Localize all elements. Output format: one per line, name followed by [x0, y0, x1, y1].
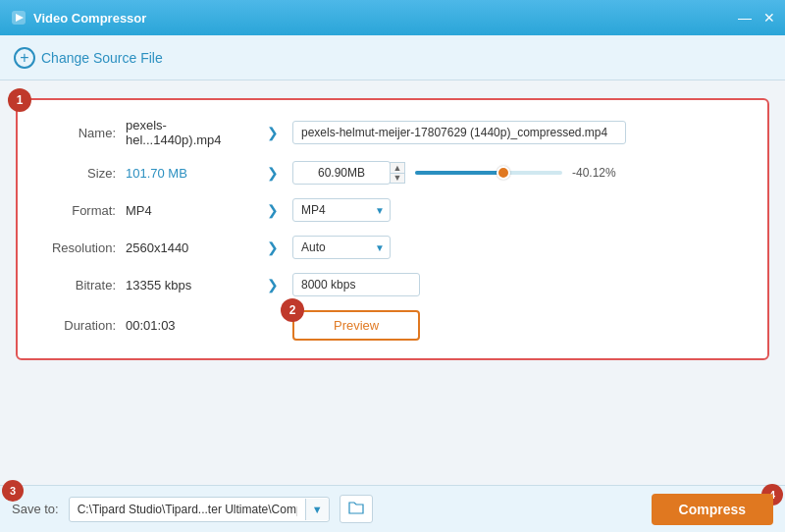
app-title: Video Compressor [33, 11, 146, 26]
save-path-dropdown[interactable]: ▼ [305, 499, 329, 520]
format-arrow: ❯ [263, 202, 283, 218]
slider-track[interactable] [415, 171, 562, 175]
bitrate-original: 13355 kbps [126, 278, 253, 293]
name-input[interactable] [292, 121, 626, 144]
duration-label: Duration: [37, 318, 126, 333]
footer: 3 Save to: ▼ 4 Compress [0, 485, 785, 532]
duration-value: 00:01:03 [126, 318, 253, 333]
size-spinner: ▲ ▼ [292, 161, 405, 185]
size-label: Size: [37, 166, 126, 181]
format-select[interactable]: MP4 AVI MKV MOV [292, 198, 391, 222]
save-to-label: Save to: [12, 502, 59, 516]
title-bar-left: Video Compressor [10, 9, 146, 27]
name-row: Name: pexels-hel...1440p).mp4 ❯ [37, 118, 748, 147]
toolbar: + Change Source File [0, 35, 785, 80]
compress-button[interactable]: Compress [652, 494, 773, 525]
add-circle-icon: + [14, 47, 35, 69]
folder-button[interactable] [340, 495, 373, 523]
resolution-row: Resolution: 2560x1440 ❯ Auto 1920x1080 1… [37, 236, 748, 259]
name-right [292, 121, 748, 144]
preview-button[interactable]: Preview [292, 310, 420, 341]
size-arrow: ❯ [263, 165, 283, 181]
duration-row: Duration: 00:01:03 ❯ 2 Preview [37, 310, 748, 341]
change-source-button[interactable]: + Change Source File [14, 47, 163, 69]
bitrate-right [292, 273, 748, 296]
resolution-right: Auto 1920x1080 1280x720 854x480 ▼ [292, 236, 748, 259]
slider-percent: -40.12% [572, 166, 616, 180]
size-right: ▲ ▼ -40.12% [292, 161, 748, 185]
main-content: 1 Name: pexels-hel...1440p).mp4 ❯ Size: … [0, 80, 785, 485]
bitrate-label: Bitrate: [37, 278, 126, 293]
compress-wrap: 4 Compress [652, 494, 773, 525]
resolution-arrow: ❯ [263, 239, 283, 255]
format-row: Format: MP4 ❯ MP4 AVI MKV MOV ▼ [37, 198, 748, 222]
change-source-label: Change Source File [41, 50, 163, 66]
app-icon [10, 9, 27, 27]
size-slider-wrap: -40.12% [415, 166, 748, 180]
resolution-label: Resolution: [37, 240, 126, 255]
slider-fill [415, 171, 503, 175]
save-path-wrap: ▼ [69, 497, 330, 522]
preview-wrap: 2 Preview [292, 310, 748, 341]
spinner-down[interactable]: ▼ [390, 173, 405, 184]
format-right: MP4 AVI MKV MOV ▼ [292, 198, 748, 222]
format-original: MP4 [126, 203, 253, 218]
format-select-wrap: MP4 AVI MKV MOV ▼ [292, 198, 391, 222]
resolution-select[interactable]: Auto 1920x1080 1280x720 854x480 [292, 236, 391, 259]
name-original: pexels-hel...1440p).mp4 [126, 118, 253, 147]
bitrate-input[interactable] [292, 273, 420, 296]
title-bar-controls: — ✕ [738, 11, 775, 25]
folder-icon [348, 501, 364, 514]
name-label: Name: [37, 126, 126, 140]
spinner-buttons: ▲ ▼ [390, 162, 405, 184]
title-bar: Video Compressor — ✕ [0, 0, 785, 35]
format-label: Format: [37, 203, 126, 218]
size-input[interactable] [292, 161, 391, 185]
bitrate-arrow: ❯ [263, 277, 283, 293]
resolution-select-wrap: Auto 1920x1080 1280x720 854x480 ▼ [292, 236, 391, 259]
name-arrow: ❯ [263, 125, 283, 140]
spinner-up[interactable]: ▲ [390, 162, 405, 173]
info-panel: 1 Name: pexels-hel...1440p).mp4 ❯ Size: … [16, 98, 769, 360]
badge-3: 3 [2, 480, 24, 502]
footer-badge-wrap: 3 Save to: [12, 502, 59, 516]
bitrate-row: Bitrate: 13355 kbps ❯ [37, 273, 748, 296]
resolution-original: 2560x1440 [126, 240, 253, 255]
slider-thumb[interactable] [497, 166, 510, 180]
close-button[interactable]: ✕ [763, 11, 775, 25]
size-original: 101.70 MB [126, 166, 253, 181]
save-path-input[interactable] [70, 498, 305, 521]
minimize-button[interactable]: — [738, 11, 752, 25]
size-row: Size: 101.70 MB ❯ ▲ ▼ -40.12% [37, 161, 748, 185]
badge-2: 2 [281, 298, 304, 322]
badge-1: 1 [8, 88, 31, 112]
